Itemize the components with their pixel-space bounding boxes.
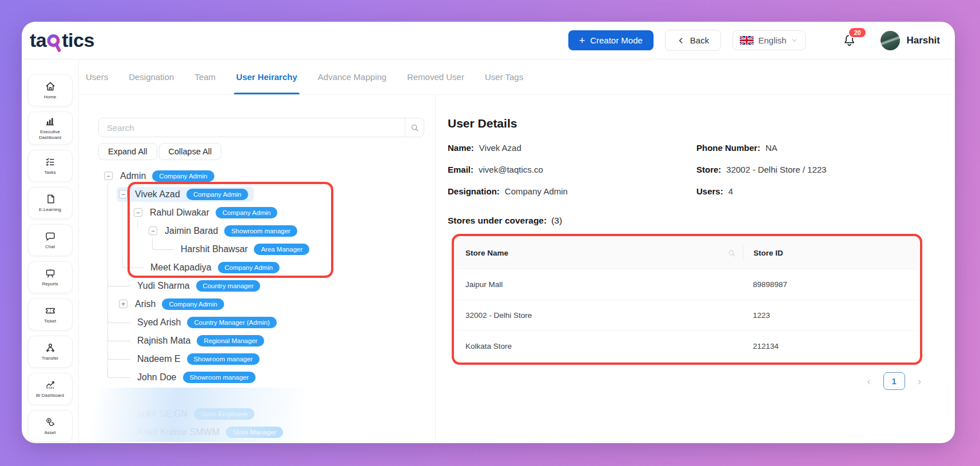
logo-text-right: tics <box>62 29 94 51</box>
role-badge: Country Manager (Admin) <box>187 317 276 329</box>
collapse-toggle-icon[interactable] <box>119 190 128 198</box>
creator-mode-label: Creator Mode <box>590 35 643 45</box>
role-badge: Country manager <box>196 280 261 292</box>
sidebar-item-bi-dashboard[interactable]: BI Dashboard <box>28 373 73 405</box>
role-badge: Company Admin <box>186 189 248 201</box>
tree-item-harshit-bhawsar[interactable]: Harshit BhawsarArea Manager <box>98 240 420 258</box>
tree-connector <box>107 277 130 286</box>
collapse-toggle-icon[interactable] <box>149 226 157 235</box>
tree-connector <box>107 369 130 378</box>
tree-item-syed-arish[interactable]: Syed ArishCountry Manager (Admin) <box>98 313 420 332</box>
expand-all-button[interactable]: Expand All <box>98 143 157 160</box>
pagination-next-icon[interactable]: › <box>917 376 922 387</box>
tree-item-rajnish-mata[interactable]: Rajnish MataRegional Manager <box>98 332 420 350</box>
tree-item-yudi-sharma[interactable]: Yudi SharmaCountry manager <box>98 277 420 295</box>
search-button[interactable] <box>405 118 424 137</box>
stores-coverage-heading: Stores under coverage:(3) <box>448 216 923 226</box>
store-id-cell: 1223 <box>743 311 919 320</box>
notification-bell[interactable]: 20 <box>842 33 856 48</box>
tree-connector <box>107 351 130 360</box>
coins-icon <box>45 416 56 428</box>
sidebar-item-ticket[interactable]: Ticket <box>28 298 73 330</box>
search-input[interactable] <box>99 118 405 137</box>
tree-item-vivek-azad[interactable]: Vivek AzadCompany Admin <box>98 185 420 204</box>
annotation-box-table: Store Name Store ID Jaipur Mall 89898987 <box>452 234 922 365</box>
tab-users[interactable]: Users <box>83 59 110 94</box>
sidebar-item-chat[interactable]: Chat <box>28 224 73 256</box>
tree-item-nadeem-e[interactable]: Nadeem EShowroom manager <box>98 350 420 368</box>
language-selector[interactable]: English <box>732 30 806 50</box>
column-header-store-id: Store ID <box>743 246 919 261</box>
store-name-cell: Kolkata Store <box>455 342 743 351</box>
user-details-panel: User Details Name:Vivek Azad Phone Numbe… <box>436 95 955 443</box>
sidebar-item-asset[interactable]: Asset <box>28 410 73 442</box>
tab-removed-user[interactable]: Removed User <box>405 59 467 94</box>
tree-item-ankit-se-gn[interactable]: ankit SE GNStore Employee <box>98 405 420 423</box>
tab-team[interactable]: Team <box>192 59 218 94</box>
tree-connector <box>152 241 174 250</box>
magnifier-q-icon <box>47 33 61 54</box>
detail-field-designation: Designation:Company Admin <box>448 186 696 196</box>
collapse-toggle-icon[interactable] <box>104 172 113 180</box>
tab-user-tags[interactable]: User Tags <box>483 59 525 94</box>
stores-count: (3) <box>551 216 562 225</box>
tree-connector <box>107 314 130 323</box>
user-avatar[interactable] <box>881 31 900 50</box>
sidebar-item-transfer[interactable]: Transfer <box>28 336 73 368</box>
logo-text-left: ta <box>30 29 46 51</box>
tree-search <box>98 118 424 137</box>
sidebar-label: Home <box>44 94 56 100</box>
expand-toggle-icon[interactable] <box>119 300 128 308</box>
detail-field-email: Email:vivek@taqtics.co <box>448 165 696 174</box>
tree-item-meet-kapadiya[interactable]: Meet KapadiyaCompany Admin <box>98 258 420 277</box>
tab-advance-mapping[interactable]: Advance Mapping <box>316 59 389 94</box>
store-name-cell: 32002 - Delhi Store <box>455 311 743 320</box>
stores-table: Store Name Store ID Jaipur Mall 89898987 <box>455 237 919 361</box>
creator-mode-button[interactable]: + Creator Mode <box>568 30 654 50</box>
tree-item-admin[interactable]: AdminCompany Admin <box>98 167 420 185</box>
tree-item-rahul-diwakar[interactable]: Rahul DiwakarCompany Admin <box>98 204 420 222</box>
sidebar-label: Transfer <box>42 356 59 361</box>
chevron-left-icon <box>677 37 685 45</box>
role-badge: Company Admin <box>162 298 224 310</box>
sidebar-item-reports[interactable]: Reports <box>28 261 73 293</box>
user-name[interactable]: Harshit <box>906 35 940 46</box>
taqtics-logo: ta tics <box>30 29 94 51</box>
tree-item-ankit-kumar-smwm[interactable]: Ankit Kumar SMWMStore Manager <box>98 423 420 441</box>
collapse-toggle-icon[interactable] <box>134 208 142 217</box>
role-badge: Store Employee <box>194 408 254 420</box>
pagination-prev-icon[interactable]: ‹ <box>866 376 871 387</box>
sidebar-label: Executive Dashboard <box>30 129 71 141</box>
tab-user-heirarchy[interactable]: User Heirarchy <box>234 59 300 94</box>
document-icon <box>45 193 56 205</box>
sidebar-item-home[interactable]: Home <box>28 74 73 106</box>
role-badge: Showroom manager <box>187 353 260 365</box>
role-badge: Company Admin <box>216 207 277 219</box>
tab-designation[interactable]: Designation <box>126 59 176 94</box>
column-search-icon[interactable] <box>728 249 736 257</box>
tree-item-arish[interactable]: ArishCompany Admin <box>98 295 420 313</box>
notification-count-badge: 20 <box>848 27 866 38</box>
table-row: 32002 - Delhi Store 1223 <box>455 300 919 330</box>
user-hierarchy-tree: AdminCompany Admin Vivek AzadCompany Adm… <box>98 167 420 441</box>
role-badge: Store Manager <box>226 427 283 439</box>
sidebar-item-executive-dashboard[interactable]: Executive Dashboard <box>28 111 73 145</box>
chat-bubble-icon <box>45 230 56 242</box>
detail-field-users: Users:4 <box>696 186 923 196</box>
pagination: ‹ 1 › <box>448 372 922 390</box>
sidebar-item-tasks[interactable]: Tasks <box>28 150 73 182</box>
tree-item-john-doe[interactable]: John DoeShowroom manager <box>98 368 420 387</box>
detail-field-store: Store:32002 - Delhi Store / 1223 <box>696 165 923 174</box>
table-row: Jaipur Mall 89898987 <box>455 269 919 300</box>
sidebar-label: Ticket <box>44 318 56 324</box>
hierarchy-tree-panel: Expand All Collapse All AdminCompany Adm… <box>79 95 436 443</box>
sidebar-item-elearning[interactable]: E-Learning <box>28 187 73 219</box>
table-row: Kolkata Store 212134 <box>455 330 919 361</box>
top-header: ta tics + Creator Mode Back <box>22 22 955 59</box>
tree-item-jaimin-barad[interactable]: Jaimin BaradShowroom manager <box>98 222 420 240</box>
back-button[interactable]: Back <box>665 30 721 51</box>
pagination-page-1[interactable]: 1 <box>883 372 905 390</box>
collapse-all-button[interactable]: Collapse All <box>159 143 222 160</box>
tab-bar: Users Designation Team User Heirarchy Ad… <box>79 59 955 95</box>
tree-spacer <box>98 387 420 405</box>
